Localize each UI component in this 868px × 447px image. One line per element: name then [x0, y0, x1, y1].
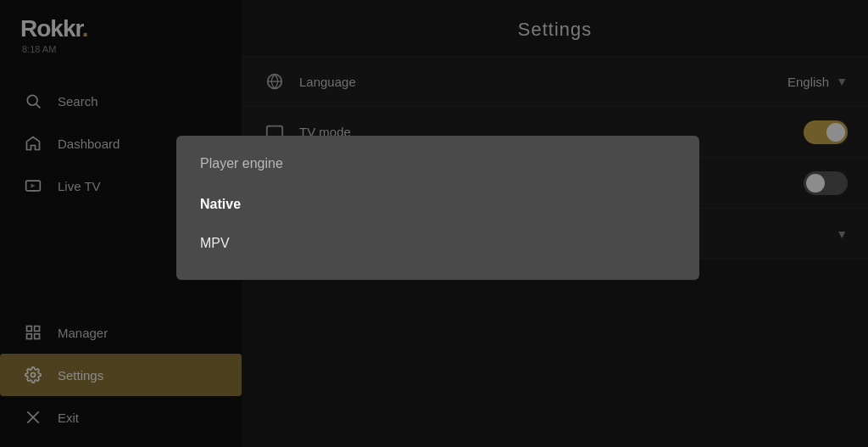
mpv-label: MPV	[200, 236, 230, 250]
player-engine-modal: Player engine Native MPV	[176, 136, 699, 280]
player-engine-option-mpv[interactable]: MPV	[176, 224, 699, 263]
native-label: Native	[200, 197, 241, 211]
player-engine-option-native[interactable]: Native	[176, 185, 699, 224]
player-engine-title: Player engine	[176, 153, 699, 185]
